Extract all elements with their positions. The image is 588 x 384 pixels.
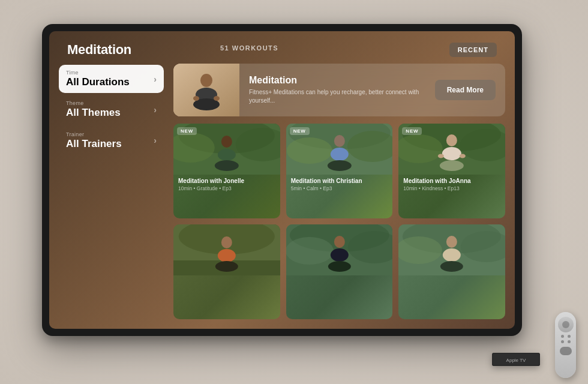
filter-theme[interactable]: Theme All Themes ›: [59, 95, 164, 124]
svg-point-19: [330, 148, 348, 161]
svg-point-2: [200, 74, 212, 87]
svg-point-34: [218, 249, 236, 262]
chevron-right-icon: ›: [154, 74, 157, 84]
workout-card-2[interactable]: NEW Meditation with Christian 5min • Cal…: [286, 124, 393, 218]
remote-button-row-1: [561, 335, 571, 338]
chevron-right-icon-3: ›: [154, 136, 157, 145]
workout-card-4[interactable]: [173, 224, 280, 319]
svg-point-16: [286, 137, 332, 164]
app-content: Meditation 51 WORKOUTS RECENT Time All D…: [49, 31, 515, 329]
svg-point-48: [443, 248, 461, 262]
filter-trainer-value: All Trainers: [66, 138, 122, 150]
tv-frame: Meditation 51 WORKOUTS RECENT Time All D…: [42, 24, 522, 336]
filter-trainer-content: Trainer All Trainers: [66, 131, 122, 150]
workout-card-image-1: NEW: [173, 124, 280, 175]
svg-point-12: [218, 149, 236, 161]
remote-button-row-2: [561, 340, 571, 343]
svg-point-42: [328, 261, 350, 272]
filter-trainer-label: Trainer: [66, 131, 122, 137]
svg-point-20: [327, 160, 351, 171]
svg-point-26: [442, 147, 461, 160]
svg-point-47: [446, 236, 457, 248]
workout-meta-3: 10min • Kindness • Ep13: [403, 185, 500, 191]
svg-point-49: [440, 261, 463, 272]
remote-clickpad[interactable]: [558, 317, 574, 332]
workout-card-info-3: Meditation with JoAnna 10min • Kindness …: [398, 175, 505, 195]
workout-card-image-5: [286, 224, 393, 275]
apple-tv-box: Apple TV: [492, 353, 540, 366]
svg-point-25: [446, 134, 457, 146]
remote-btn-siri[interactable]: [568, 340, 571, 343]
svg-point-40: [334, 236, 344, 248]
workout-title-1: Meditation with Jonelle: [178, 178, 275, 184]
filter-theme-value: All Themes: [66, 107, 121, 119]
filter-time-value: All Durations: [66, 76, 130, 88]
new-badge-3: NEW: [402, 127, 422, 135]
svg-point-29: [460, 154, 466, 158]
workout-grid: NEW Meditation with Jonelle 10min • Grat…: [173, 124, 505, 319]
svg-point-5: [193, 96, 199, 101]
hero-text: Meditation Fitness+ Meditations can help…: [239, 68, 435, 112]
page-title: Meditation: [67, 42, 131, 58]
workout-card-6[interactable]: [398, 224, 505, 319]
svg-point-35: [215, 261, 238, 272]
workout-card-image-4: [173, 224, 280, 275]
header: Meditation 51 WORKOUTS RECENT: [49, 31, 515, 64]
hero-banner: Meditation Fitness+ Meditations can help…: [173, 64, 505, 116]
workout-card-image-3: NEW: [398, 124, 505, 175]
svg-point-11: [221, 136, 232, 148]
workout-card-info-4: [173, 275, 280, 283]
workout-card-5[interactable]: [286, 224, 393, 319]
tv-screen: Meditation 51 WORKOUTS RECENT Time All D…: [49, 31, 515, 329]
svg-point-6: [214, 96, 220, 101]
workout-card-image-6: [398, 224, 505, 275]
svg-point-38: [286, 237, 334, 265]
workout-title-2: Meditation with Christian: [291, 178, 388, 184]
hero-banner-description: Fitness+ Meditations can help you rechar…: [249, 88, 425, 105]
filter-time-label: Time: [66, 70, 130, 76]
remote-clickpad-inner: [562, 321, 569, 328]
svg-point-33: [221, 236, 232, 248]
main-layout: Time All Durations › Theme All Themes ›: [49, 64, 515, 329]
workout-card-info-1: Meditation with Jonelle 10min • Gratitud…: [173, 175, 280, 195]
workout-card-info-2: Meditation with Christian 5min • Calm • …: [286, 175, 393, 195]
hero-image: [173, 64, 239, 116]
workouts-count: 51 WORKOUTS: [220, 44, 278, 52]
remote-btn-back[interactable]: [561, 335, 564, 338]
hero-banner-title: Meditation: [249, 75, 425, 86]
workout-card-3[interactable]: NEW Meditation with JoAnna 10min • Kindn…: [398, 124, 505, 218]
filter-trainer[interactable]: Trainer All Trainers ›: [59, 127, 164, 155]
workout-meta-1: 10min • Gratitude • Ep3: [178, 185, 275, 191]
workout-meta-2: 5min • Calm • Ep3: [291, 185, 388, 191]
outer-wrapper: Meditation 51 WORKOUTS RECENT Time All D…: [0, 0, 588, 384]
new-badge-1: NEW: [177, 127, 197, 135]
right-content: Meditation Fitness+ Meditations can help…: [173, 64, 505, 319]
remote-btn-home[interactable]: [568, 335, 571, 338]
workout-card-image-2: NEW: [286, 124, 393, 175]
filter-theme-content: Theme All Themes: [66, 100, 121, 119]
svg-point-28: [438, 154, 444, 158]
filter-time-content: Time All Durations: [66, 70, 130, 88]
apple-tv-remote: [555, 312, 576, 378]
svg-point-18: [334, 135, 344, 147]
remote-btn-mute[interactable]: [561, 340, 564, 343]
svg-text:Apple TV: Apple TV: [506, 358, 526, 363]
svg-point-41: [330, 248, 348, 262]
workout-card-info-5: [286, 275, 393, 283]
read-more-button[interactable]: Read More: [435, 80, 496, 100]
filter-time[interactable]: Time All Durations ›: [59, 65, 164, 93]
remote-volume-button[interactable]: [560, 347, 572, 355]
sidebar: Time All Durations › Theme All Themes ›: [59, 64, 164, 319]
filter-theme-label: Theme: [66, 100, 121, 106]
workout-card-info-6: [398, 275, 505, 283]
svg-point-27: [440, 160, 464, 171]
chevron-right-icon-2: ›: [154, 105, 157, 115]
new-badge-2: NEW: [290, 127, 310, 135]
workout-card-1[interactable]: NEW Meditation with Jonelle 10min • Grat…: [173, 124, 280, 218]
svg-point-13: [215, 160, 239, 171]
recent-button[interactable]: RECENT: [449, 43, 497, 57]
workout-title-3: Meditation with JoAnna: [403, 178, 500, 184]
